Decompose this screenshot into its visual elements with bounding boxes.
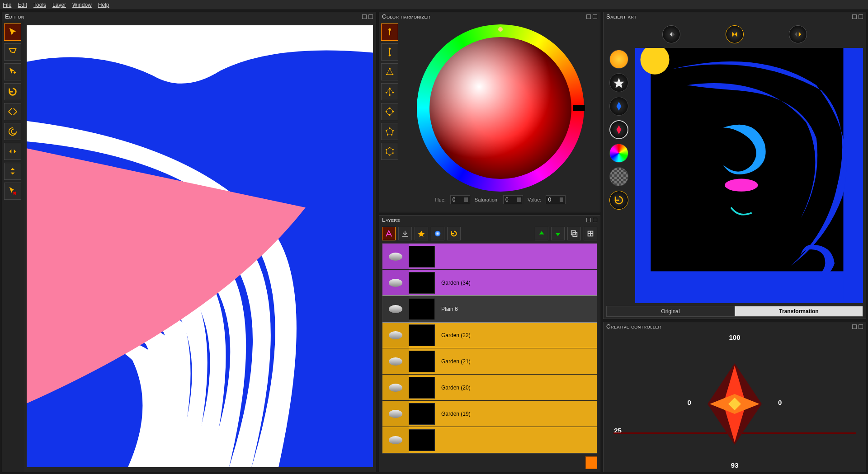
layer-toolbar [382,227,597,240]
style-red[interactable] [609,120,628,139]
layer-list[interactable]: Garden (34)Plain 6Garden (22)Garden (21)… [382,243,597,454]
svg-point-38 [725,179,758,192]
tool-flip-h[interactable] [4,143,21,160]
layer-visibility-toggle[interactable] [382,244,409,269]
layer-label: Plain 6 [438,306,597,312]
color-wheel[interactable] [417,24,584,192]
style-blue[interactable] [609,97,628,116]
edition-canvas[interactable] [27,25,373,467]
edition-toolbar [2,21,24,472]
panel-close-icon[interactable] [593,14,597,19]
salient-title: Salient art [606,13,637,20]
layers-title: Layers [382,216,400,223]
panel-pin-icon[interactable] [586,14,591,19]
layer-visibility-toggle[interactable] [382,296,409,322]
panel-close-icon[interactable] [593,218,597,222]
menu-help[interactable]: Help [98,2,109,8]
style-checker[interactable] [609,167,628,186]
wheel-handle[interactable] [498,27,503,32]
layer-thumbnail [409,324,435,346]
scheme-square[interactable] [381,103,398,120]
scheme-hexagon[interactable] [381,143,398,160]
tool-move[interactable] [4,63,21,80]
panel-pin-icon[interactable] [362,14,367,19]
menubar: File Edit Tools Layer Window Help [0,0,868,10]
layer-visibility-toggle[interactable] [382,375,409,400]
tab-transformation[interactable]: Transformation [735,306,863,317]
layer-visibility-toggle[interactable] [382,322,409,348]
panel-close-icon[interactable] [859,324,863,329]
layer-thumbnail [409,377,435,399]
tool-scale[interactable] [4,103,21,120]
svg-point-29 [435,231,441,237]
scheme-mono[interactable] [381,23,398,41]
salient-preview [635,48,863,303]
creative-controller[interactable]: 100 0 0 25 93 [604,331,866,472]
scheme-split[interactable] [381,83,398,100]
layer-visibility-toggle[interactable] [382,348,409,374]
scheme-complement[interactable] [381,43,398,61]
tool-swirl[interactable] [4,123,21,140]
harmony-schemes [379,21,401,212]
layer-delete[interactable] [585,456,597,469]
menu-edit[interactable]: Edit [18,2,27,8]
layer-mode-color[interactable] [431,227,444,240]
tool-delete[interactable] [4,183,21,200]
layer-label: Garden (34) [438,280,597,286]
layer-thumbnail [409,298,435,320]
scheme-pentagon[interactable] [381,123,398,140]
menu-file[interactable]: File [3,2,11,8]
hue-input[interactable]: 0 [450,195,470,204]
style-star[interactable] [609,73,628,92]
salient-center[interactable] [726,25,744,43]
menu-tools[interactable]: Tools [33,2,46,8]
layer-duplicate[interactable] [567,227,581,240]
layer-row[interactable]: Plain 6 [382,296,597,322]
layer-visibility-toggle[interactable] [382,270,409,296]
layer-row[interactable]: Garden (19) [382,401,597,427]
layer-copy[interactable] [584,227,597,240]
layer-row[interactable]: Garden (34) [382,270,597,296]
layer-row[interactable] [382,244,597,270]
layer-down[interactable] [551,227,565,240]
cc-diamond[interactable] [689,359,780,449]
layer-row[interactable] [382,427,597,453]
layer-visibility-toggle[interactable] [382,401,409,427]
style-sun[interactable] [609,50,628,69]
layer-row[interactable]: Garden (22) [382,322,597,348]
style-refresh[interactable] [609,191,628,210]
layer-up[interactable] [535,227,548,240]
panel-pin-icon[interactable] [586,218,591,222]
salient-prev[interactable] [662,25,680,43]
creative-title: Creative controller [606,323,661,330]
harmonizer-title: Color harmonizer [382,13,430,20]
layer-visibility-toggle[interactable] [382,427,409,453]
panel-pin-icon[interactable] [852,14,857,19]
val-input[interactable]: 0 [546,195,566,204]
panel-close-icon[interactable] [859,14,863,19]
edition-title: Edition [5,13,24,20]
panel-close-icon[interactable] [368,14,373,19]
scheme-triad[interactable] [381,63,398,80]
menu-layer[interactable]: Layer [52,2,66,8]
panel-pin-icon[interactable] [852,324,857,329]
tool-rotate[interactable] [4,83,21,100]
sat-input[interactable]: 0 [503,195,523,204]
tool-flip-v[interactable] [4,163,21,180]
svg-rect-35 [635,48,651,303]
menu-window[interactable]: Window [72,2,92,8]
cc-top-value: 100 [729,333,740,341]
layer-mode-merge[interactable] [398,227,412,240]
val-label: Value: [528,197,541,202]
tab-original[interactable]: Original [606,306,735,317]
layer-mode-fx[interactable] [415,227,428,240]
salient-next[interactable] [789,25,807,43]
layer-thumbnail [409,272,435,294]
layer-mode-reset[interactable] [447,227,461,240]
style-multi[interactable] [609,144,628,163]
layer-mode-a[interactable] [382,227,396,240]
layer-row[interactable]: Garden (20) [382,375,597,401]
tool-select[interactable] [4,23,21,41]
tool-lasso[interactable] [4,43,21,61]
layer-row[interactable]: Garden (21) [382,348,597,375]
